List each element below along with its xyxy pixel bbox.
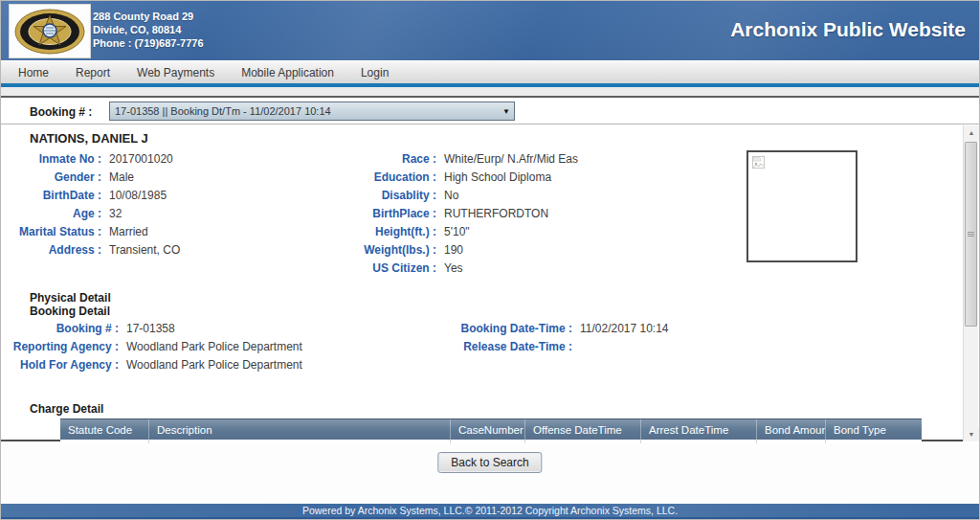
booking-fields-right: Booking Date-Time : 11/02/2017 10:14 Rel… xyxy=(441,319,843,355)
nav-item-mobile-application[interactable]: Mobile Application xyxy=(228,61,347,83)
field-education: Education : High School Diploma xyxy=(317,168,738,186)
field-booking-datetime: Booking Date-Time : 11/02/2017 10:14 xyxy=(441,319,843,337)
field-value: 2017001020 xyxy=(101,152,173,166)
field-value: No xyxy=(436,189,458,202)
main-nav: Home Report Web Payments Mobile Applicat… xyxy=(1,60,979,83)
field-label: Booking Date-Time : xyxy=(441,322,572,335)
field-value: Woodland Park Police Department xyxy=(119,358,302,372)
field-release-datetime: Release Date-Time : xyxy=(441,337,843,355)
scrollbar-grip xyxy=(968,231,974,237)
chevron-down-icon: ▼ xyxy=(499,107,514,116)
booking-fields-left: Booking # : 17-01358 Reporting Agency : … xyxy=(1,319,422,373)
charge-detail-table: Statute Code Description CaseNumber Offe… xyxy=(60,418,922,444)
field-value: Woodland Park Police Department xyxy=(119,340,302,353)
field-value: 190 xyxy=(436,243,463,257)
field-value: RUTHERFORDTON xyxy=(436,207,548,220)
scrollbar-thumb[interactable] xyxy=(965,142,977,327)
field-race: Race : White/Eurp/ N.Afr/Mid Eas xyxy=(317,149,738,168)
booking-number-select[interactable]: 17-01358 || Booking Dt/Tm - 11/02/2017 1… xyxy=(109,102,515,121)
field-disability: Disablity : No xyxy=(317,186,738,204)
field-label: BirthDate : xyxy=(1,189,101,202)
back-to-search-button[interactable]: Back to Search xyxy=(437,452,542,473)
field-label: Inmate No : xyxy=(1,152,101,166)
inmate-name: NATIONS, DANIEL J xyxy=(30,131,148,146)
field-value: 32 xyxy=(101,207,122,220)
inmate-detail-panel: NATIONS, DANIEL J Inmate No : 2017001020… xyxy=(1,125,979,441)
charge-table-header-row: Statute Code Description CaseNumber Offe… xyxy=(60,418,922,440)
field-value: 17-01358 xyxy=(119,322,175,335)
field-value: White/Eurp/ N.Afr/Mid Eas xyxy=(436,152,578,166)
booking-number-label: Booking # : xyxy=(30,105,92,119)
section-heading-booking-detail: Booking Detail xyxy=(30,305,110,318)
field-marital-status: Marital Status : Married xyxy=(1,222,317,240)
field-gender: Gender : Male xyxy=(1,168,317,186)
field-label: Marital Status : xyxy=(1,225,101,238)
field-label: Weight(lbs.) : xyxy=(317,243,436,257)
col-header-bond-amount: Bond Amount xyxy=(757,419,826,440)
field-booking-number: Booking # : 17-01358 xyxy=(1,319,422,337)
bottom-band: Back to Search xyxy=(1,443,979,504)
field-label: Gender : xyxy=(1,170,101,184)
field-value: High School Diploma xyxy=(436,170,551,184)
inmate-fields-right: Race : White/Eurp/ N.Afr/Mid Eas Educati… xyxy=(317,149,738,277)
nav-item-report[interactable]: Report xyxy=(62,61,123,83)
field-label: Release Date-Time : xyxy=(441,340,572,353)
field-birthdate: BirthDate : 10/08/1985 xyxy=(1,186,317,204)
field-us-citizen: US Citizen : Yes xyxy=(317,259,738,277)
site-title: Archonix Public Website xyxy=(730,18,966,41)
field-hold-for-agency: Hold For Agency : Woodland Park Police D… xyxy=(1,355,422,373)
field-height: Height(ft.) : 5'10" xyxy=(317,222,738,240)
address-line: 288 County Road 29 xyxy=(93,10,204,23)
nav-item-web-payments[interactable]: Web Payments xyxy=(123,61,228,83)
booking-selector-row: Booking # : 17-01358 || Booking Dt/Tm - … xyxy=(1,100,979,124)
field-label: US Citizen : xyxy=(317,261,436,275)
nav-item-home[interactable]: Home xyxy=(1,61,62,83)
field-value: 10/08/1985 xyxy=(101,189,167,202)
field-value: Transient, CO xyxy=(101,243,180,257)
field-value: Married xyxy=(101,225,148,238)
address-line: Divide, CO, 80814 xyxy=(93,23,204,36)
agency-logo xyxy=(9,4,91,58)
field-value: 5'10" xyxy=(436,225,470,238)
field-label: Address : xyxy=(1,243,101,257)
field-reporting-agency: Reporting Agency : Woodland Park Police … xyxy=(1,337,422,355)
field-label: Reporting Agency : xyxy=(1,340,119,353)
col-header-offense-datetime: Offense DateTime xyxy=(525,419,641,440)
page-header: 288 County Road 29 Divide, CO, 80814 Pho… xyxy=(1,1,979,60)
scrollbar-down-icon[interactable]: ▼ xyxy=(964,427,979,441)
field-value: Male xyxy=(101,170,134,184)
section-heading-charge-detail: Charge Detail xyxy=(30,402,103,416)
footer-copyright: Powered by Archonix Systems, LLC.© 2011-… xyxy=(302,505,678,516)
field-label: Race : xyxy=(317,152,436,166)
mugshot-placeholder xyxy=(746,150,858,262)
field-value: Yes xyxy=(436,261,463,275)
col-header-statute-code: Statute Code xyxy=(60,419,149,440)
field-label: Education : xyxy=(317,170,436,184)
col-header-bond-type: Bond Type xyxy=(826,419,922,440)
field-label: Disablity : xyxy=(317,189,436,202)
nav-item-login[interactable]: Login xyxy=(347,61,402,83)
col-header-case-number: CaseNumber xyxy=(451,419,525,440)
booking-select-value: 17-01358 || Booking Dt/Tm - 11/02/2017 1… xyxy=(110,105,499,117)
field-label: Hold For Agency : xyxy=(1,358,119,372)
field-age: Age : 32 xyxy=(1,204,317,222)
footer-bar: Powered by Archonix Systems, LLC.© 2011-… xyxy=(1,504,979,517)
field-birthplace: BirthPlace : RUTHERFORDTON xyxy=(317,204,738,222)
agency-address: 288 County Road 29 Divide, CO, 80814 Pho… xyxy=(93,10,204,50)
field-label: Age : xyxy=(1,207,101,220)
scrollbar-up-icon[interactable]: ▲ xyxy=(964,125,979,140)
col-header-arrest-datetime: Arrest DateTime xyxy=(641,419,757,440)
field-label: Booking # : xyxy=(1,322,119,335)
header-divider-strip xyxy=(1,87,979,98)
field-label: BirthPlace : xyxy=(317,207,436,220)
sheriff-badge-icon xyxy=(13,8,86,56)
broken-image-icon xyxy=(752,156,765,169)
field-weight: Weight(lbs.) : 190 xyxy=(317,240,738,259)
field-label: Height(ft.) : xyxy=(317,225,436,238)
field-value: 11/02/2017 10:14 xyxy=(572,322,669,335)
address-line: Phone : (719)687-7776 xyxy=(93,36,204,50)
vertical-scrollbar[interactable]: ▲ ▼ xyxy=(963,125,978,441)
inmate-fields-left: Inmate No : 2017001020 Gender : Male Bir… xyxy=(1,149,317,259)
field-address: Address : Transient, CO xyxy=(1,240,317,259)
field-inmate-no: Inmate No : 2017001020 xyxy=(1,149,317,168)
